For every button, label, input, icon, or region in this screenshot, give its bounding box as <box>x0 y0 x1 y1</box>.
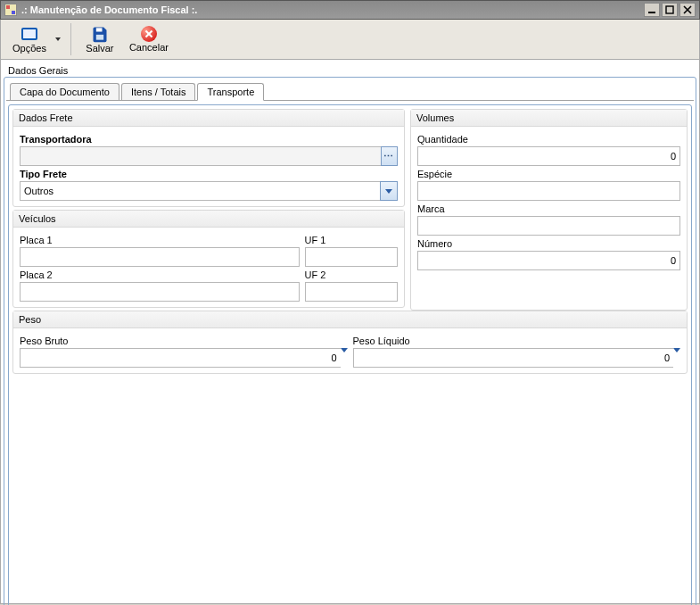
uf1-label: UF 1 <box>305 235 399 245</box>
quantidade-label: Quantidade <box>417 134 680 145</box>
tabstrip: Capa do Documento Itens / Totais Transpo… <box>6 79 694 101</box>
tab-itens-totais[interactable]: Itens / Totais <box>121 83 196 100</box>
veiculos-group: Veículos Placa 1 UF 1 <box>12 210 405 308</box>
chevron-down-icon <box>55 37 61 41</box>
volumes-group: Volumes Quantidade Espécie Marca Número <box>410 109 688 311</box>
dados-gerais-title: Dados Gerais <box>4 63 71 81</box>
transportadora-lookup-button[interactable]: ⋯ <box>381 146 398 166</box>
tipo-frete-label: Tipo Frete <box>20 169 398 179</box>
tab-transporte[interactable]: Transporte <box>197 83 264 101</box>
tab-capa-documento[interactable]: Capa do Documento <box>10 83 119 100</box>
tipo-frete-dropdown-button[interactable] <box>380 181 398 201</box>
svg-rect-5 <box>96 35 103 40</box>
svg-rect-4 <box>96 28 103 31</box>
uf2-label: UF 2 <box>305 269 399 280</box>
ellipsis-icon: ⋯ <box>383 151 394 162</box>
dados-gerais-group: Dados Gerais Capa do Documento Itens / T… <box>4 77 696 605</box>
quantidade-input[interactable] <box>417 146 680 166</box>
cancel-icon <box>141 26 157 42</box>
placa1-input[interactable] <box>20 247 300 267</box>
chevron-down-icon <box>341 348 348 352</box>
peso-bruto-label: Peso Bruto <box>20 336 348 346</box>
especie-input[interactable] <box>417 181 680 201</box>
especie-label: Espécie <box>417 169 680 179</box>
dados-frete-title: Dados Frete <box>13 110 404 127</box>
chevron-down-icon <box>385 189 392 194</box>
titlebar[interactable]: .: Manutenção de Documento Fiscal :. <box>0 0 700 20</box>
save-button[interactable]: Salvar <box>78 22 121 56</box>
window-title: .: Manutenção de Documento Fiscal :. <box>21 4 644 15</box>
peso-liquido-input[interactable] <box>353 348 674 368</box>
tab-pane-transporte: Dados Frete Transportadora ⋯ Tipo Frete <box>8 104 692 605</box>
peso-liquido-label: Peso Líquido <box>353 336 681 346</box>
svg-rect-1 <box>666 6 673 13</box>
marca-input[interactable] <box>417 216 680 236</box>
marca-label: Marca <box>417 203 680 214</box>
peso-liquido-dropdown-button[interactable] <box>673 348 680 368</box>
toolbar: Opções Salvar Cancelar <box>0 20 700 60</box>
save-label: Salvar <box>86 43 113 54</box>
peso-group: Peso Peso Bruto <box>12 311 688 374</box>
app-icon <box>4 4 17 16</box>
chevron-down-icon <box>673 348 680 352</box>
uf2-input[interactable] <box>305 282 399 302</box>
placa2-label: Placa 2 <box>20 269 300 280</box>
options-icon <box>21 25 38 43</box>
options-dropdown-caret[interactable] <box>53 21 63 57</box>
close-button[interactable] <box>679 3 696 17</box>
dados-frete-group: Dados Frete Transportadora ⋯ Tipo Frete <box>12 109 405 207</box>
numero-label: Número <box>417 238 680 249</box>
toolbar-separator <box>70 23 71 55</box>
save-icon <box>91 25 109 43</box>
svg-rect-0 <box>648 12 655 13</box>
minimize-button[interactable] <box>644 3 660 17</box>
tipo-frete-select[interactable] <box>20 181 398 201</box>
peso-bruto-dropdown-button[interactable] <box>341 348 348 368</box>
maximize-button[interactable] <box>662 3 678 17</box>
uf1-input[interactable] <box>305 247 399 267</box>
transportadora-label: Transportadora <box>20 134 398 145</box>
options-label: Opções <box>12 43 46 54</box>
veiculos-title: Veículos <box>13 211 404 228</box>
content-area: Dados Gerais Capa do Documento Itens / T… <box>0 60 700 604</box>
numero-input[interactable] <box>417 251 680 270</box>
options-button[interactable]: Opções <box>6 22 53 56</box>
peso-title: Peso <box>13 311 687 328</box>
volumes-title: Volumes <box>411 110 687 127</box>
transportadora-input[interactable] <box>20 146 381 166</box>
placa2-input[interactable] <box>20 282 300 302</box>
placa1-label: Placa 1 <box>20 235 300 245</box>
cancel-label: Cancelar <box>129 42 169 53</box>
cancel-button[interactable]: Cancelar <box>123 23 175 55</box>
peso-bruto-input[interactable] <box>20 348 341 368</box>
